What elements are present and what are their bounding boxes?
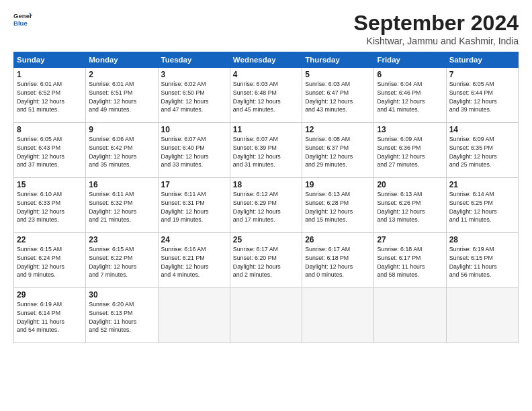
cal-cell: 6Sunrise: 6:04 AMSunset: 6:46 PMDaylight… — [374, 68, 446, 123]
day-number: 1 — [17, 70, 83, 79]
day-number: 25 — [233, 235, 299, 244]
day-number: 22 — [17, 235, 83, 244]
day-number: 4 — [233, 70, 299, 79]
cal-cell: 10Sunrise: 6:07 AMSunset: 6:40 PMDayligh… — [158, 123, 230, 178]
cell-content: Sunrise: 6:01 AMSunset: 6:52 PMDaylight:… — [17, 80, 83, 114]
day-number: 27 — [377, 235, 443, 244]
col-header-saturday: Saturday — [446, 52, 518, 68]
col-header-wednesday: Wednesday — [230, 52, 302, 68]
cal-cell: 21Sunrise: 6:14 AMSunset: 6:25 PMDayligh… — [446, 178, 518, 233]
day-number: 2 — [89, 70, 154, 79]
cell-content: Sunrise: 6:15 AMSunset: 6:22 PMDaylight:… — [89, 245, 154, 279]
cal-cell: 1Sunrise: 6:01 AMSunset: 6:52 PMDaylight… — [14, 68, 86, 123]
cell-content: Sunrise: 6:18 AMSunset: 6:17 PMDaylight:… — [377, 245, 443, 279]
day-number: 23 — [89, 235, 154, 244]
day-number: 6 — [377, 70, 443, 79]
day-number: 9 — [89, 125, 154, 134]
cell-content: Sunrise: 6:03 AMSunset: 6:48 PMDaylight:… — [233, 80, 299, 114]
day-number: 24 — [161, 235, 227, 244]
cal-cell — [446, 288, 518, 343]
week-row-4: 22Sunrise: 6:15 AMSunset: 6:24 PMDayligh… — [14, 233, 519, 288]
cal-cell: 11Sunrise: 6:07 AMSunset: 6:39 PMDayligh… — [230, 123, 302, 178]
cell-content: Sunrise: 6:17 AMSunset: 6:20 PMDaylight:… — [233, 245, 299, 279]
cell-content: Sunrise: 6:11 AMSunset: 6:31 PMDaylight:… — [161, 190, 227, 224]
cal-cell: 26Sunrise: 6:17 AMSunset: 6:18 PMDayligh… — [302, 233, 374, 288]
cal-cell — [302, 288, 374, 343]
cell-content: Sunrise: 6:13 AMSunset: 6:28 PMDaylight:… — [305, 190, 371, 224]
cal-cell — [158, 288, 230, 343]
cal-cell: 22Sunrise: 6:15 AMSunset: 6:24 PMDayligh… — [14, 233, 86, 288]
day-number: 19 — [305, 180, 371, 189]
page: General Blue September 2024 Kishtwar, Ja… — [0, 0, 532, 411]
cal-cell: 20Sunrise: 6:13 AMSunset: 6:26 PMDayligh… — [374, 178, 446, 233]
cal-cell: 16Sunrise: 6:11 AMSunset: 6:32 PMDayligh… — [86, 178, 158, 233]
logo: General Blue — [13, 11, 32, 30]
cell-content: Sunrise: 6:06 AMSunset: 6:42 PMDaylight:… — [89, 135, 154, 169]
cal-cell — [374, 288, 446, 343]
cal-cell: 30Sunrise: 6:20 AMSunset: 6:13 PMDayligh… — [86, 288, 158, 343]
week-row-1: 1Sunrise: 6:01 AMSunset: 6:52 PMDaylight… — [14, 68, 519, 123]
cell-content: Sunrise: 6:07 AMSunset: 6:39 PMDaylight:… — [233, 135, 299, 169]
cal-cell: 15Sunrise: 6:10 AMSunset: 6:33 PMDayligh… — [14, 178, 86, 233]
cell-content: Sunrise: 6:05 AMSunset: 6:44 PMDaylight:… — [449, 80, 515, 114]
day-number: 29 — [17, 290, 83, 300]
day-number: 8 — [17, 125, 83, 134]
cal-cell: 8Sunrise: 6:05 AMSunset: 6:43 PMDaylight… — [14, 123, 86, 178]
week-row-5: 29Sunrise: 6:19 AMSunset: 6:14 PMDayligh… — [14, 288, 519, 343]
cal-cell: 2Sunrise: 6:01 AMSunset: 6:51 PMDaylight… — [86, 68, 158, 123]
cell-content: Sunrise: 6:14 AMSunset: 6:25 PMDaylight:… — [449, 190, 515, 224]
cal-cell — [230, 288, 302, 343]
col-header-tuesday: Tuesday — [158, 52, 230, 68]
cal-cell: 12Sunrise: 6:08 AMSunset: 6:37 PMDayligh… — [302, 123, 374, 178]
cell-content: Sunrise: 6:08 AMSunset: 6:37 PMDaylight:… — [305, 135, 371, 169]
header: General Blue September 2024 Kishtwar, Ja… — [13, 11, 519, 46]
cal-cell: 17Sunrise: 6:11 AMSunset: 6:31 PMDayligh… — [158, 178, 230, 233]
cal-cell: 13Sunrise: 6:09 AMSunset: 6:36 PMDayligh… — [374, 123, 446, 178]
cal-cell: 18Sunrise: 6:12 AMSunset: 6:29 PMDayligh… — [230, 178, 302, 233]
day-number: 21 — [449, 180, 515, 189]
day-number: 16 — [89, 180, 154, 189]
cal-cell: 14Sunrise: 6:09 AMSunset: 6:35 PMDayligh… — [446, 123, 518, 178]
cell-content: Sunrise: 6:07 AMSunset: 6:40 PMDaylight:… — [161, 135, 227, 169]
cell-content: Sunrise: 6:16 AMSunset: 6:21 PMDaylight:… — [161, 245, 227, 279]
cal-cell: 27Sunrise: 6:18 AMSunset: 6:17 PMDayligh… — [374, 233, 446, 288]
day-number: 18 — [233, 180, 299, 189]
day-number: 28 — [449, 235, 515, 244]
day-number: 30 — [89, 290, 154, 300]
day-number: 26 — [305, 235, 371, 244]
day-number: 13 — [377, 125, 443, 134]
cell-content: Sunrise: 6:20 AMSunset: 6:13 PMDaylight:… — [89, 300, 154, 334]
day-number: 3 — [161, 70, 227, 79]
day-number: 11 — [233, 125, 299, 134]
cal-cell: 29Sunrise: 6:19 AMSunset: 6:14 PMDayligh… — [14, 288, 86, 343]
cell-content: Sunrise: 6:12 AMSunset: 6:29 PMDaylight:… — [233, 190, 299, 224]
cell-content: Sunrise: 6:09 AMSunset: 6:35 PMDaylight:… — [449, 135, 515, 169]
col-header-sunday: Sunday — [14, 52, 86, 68]
cell-content: Sunrise: 6:05 AMSunset: 6:43 PMDaylight:… — [17, 135, 83, 169]
calendar: SundayMondayTuesdayWednesdayThursdayFrid… — [13, 52, 519, 343]
cell-content: Sunrise: 6:10 AMSunset: 6:33 PMDaylight:… — [17, 190, 83, 224]
cell-content: Sunrise: 6:09 AMSunset: 6:36 PMDaylight:… — [377, 135, 443, 169]
day-number: 7 — [449, 70, 515, 79]
col-header-thursday: Thursday — [302, 52, 374, 68]
cal-cell: 4Sunrise: 6:03 AMSunset: 6:48 PMDaylight… — [230, 68, 302, 123]
cell-content: Sunrise: 6:11 AMSunset: 6:32 PMDaylight:… — [89, 190, 154, 224]
week-row-3: 15Sunrise: 6:10 AMSunset: 6:33 PMDayligh… — [14, 178, 519, 233]
cal-cell: 19Sunrise: 6:13 AMSunset: 6:28 PMDayligh… — [302, 178, 374, 233]
cal-cell: 28Sunrise: 6:19 AMSunset: 6:15 PMDayligh… — [446, 233, 518, 288]
cell-content: Sunrise: 6:19 AMSunset: 6:15 PMDaylight:… — [449, 245, 515, 279]
cell-content: Sunrise: 6:01 AMSunset: 6:51 PMDaylight:… — [89, 80, 154, 114]
day-number: 17 — [161, 180, 227, 189]
month-title: September 2024 — [354, 11, 519, 36]
day-number: 15 — [17, 180, 83, 189]
day-number: 12 — [305, 125, 371, 134]
cell-content: Sunrise: 6:13 AMSunset: 6:26 PMDaylight:… — [377, 190, 443, 224]
header-row: SundayMondayTuesdayWednesdayThursdayFrid… — [14, 52, 519, 68]
cal-cell: 9Sunrise: 6:06 AMSunset: 6:42 PMDaylight… — [86, 123, 158, 178]
cal-cell: 5Sunrise: 6:03 AMSunset: 6:47 PMDaylight… — [302, 68, 374, 123]
cal-cell: 23Sunrise: 6:15 AMSunset: 6:22 PMDayligh… — [86, 233, 158, 288]
col-header-friday: Friday — [374, 52, 446, 68]
logo-icon: General Blue — [13, 11, 32, 30]
subtitle: Kishtwar, Jammu and Kashmir, India — [354, 36, 519, 46]
day-number: 20 — [377, 180, 443, 189]
